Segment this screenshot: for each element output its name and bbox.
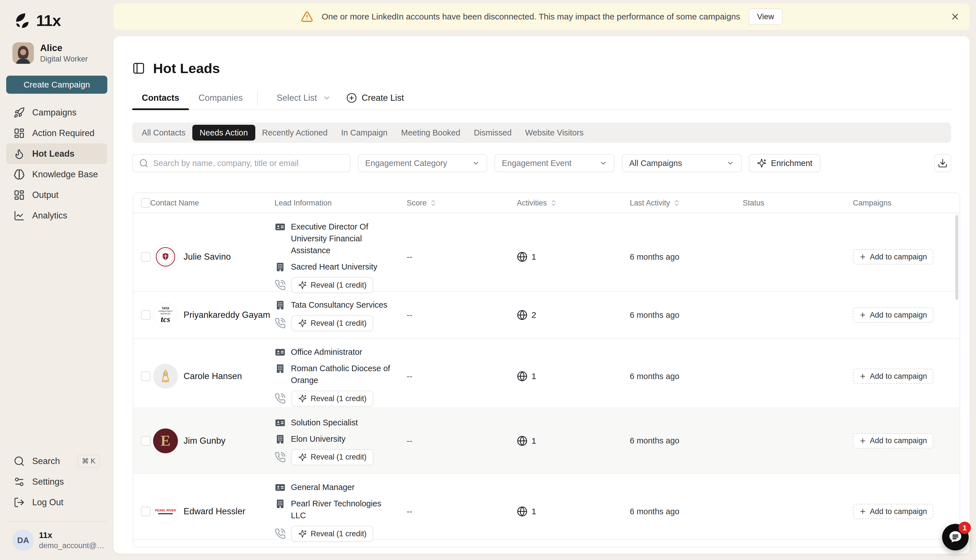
tab-contacts[interactable]: Contacts xyxy=(132,87,189,110)
reveal-phone-button[interactable]: Reveal (1 credit) xyxy=(292,277,373,293)
enrichment-label: Enrichment xyxy=(771,158,812,168)
elon-logo-avatar: E xyxy=(153,428,178,453)
sidebar-item-hot-leads[interactable]: Hot Leads xyxy=(6,143,107,164)
row-checkbox[interactable] xyxy=(141,436,150,446)
sparkles-icon xyxy=(298,394,307,403)
sidebar-item-label: Campaigns xyxy=(32,108,77,118)
bishop-icon xyxy=(158,369,173,383)
pearl-river-logo-avatar: PEARL RIVER xyxy=(153,499,178,524)
table-scrollbar[interactable] xyxy=(955,215,958,300)
column-contact-name: Contact Name xyxy=(150,199,272,207)
segment-meeting-booked[interactable]: Meeting Booked xyxy=(394,128,467,137)
sidebar-item-log-out[interactable]: Log Out xyxy=(6,492,107,513)
row-checkbox[interactable] xyxy=(141,507,150,516)
segment-needs-action[interactable]: Needs Action xyxy=(192,125,255,140)
sacred-heart-seal-avatar xyxy=(153,245,178,269)
linkedin-warning-banner: One or more LinkedIn accounts have been … xyxy=(113,3,970,30)
add-to-campaign-button[interactable]: Add to campaign xyxy=(853,307,933,323)
sidebar-item-search[interactable]: Search ⌘ K xyxy=(6,451,107,472)
enrichment-button[interactable]: Enrichment xyxy=(749,154,821,172)
add-to-campaign-button[interactable]: Add to campaign xyxy=(853,504,933,519)
column-activities[interactable]: Activities xyxy=(515,199,627,207)
segment-website-visitors[interactable]: Website Visitors xyxy=(519,128,591,137)
column-status: Status xyxy=(741,199,851,207)
row-checkbox[interactable] xyxy=(141,252,150,262)
tab-companies[interactable]: Companies xyxy=(189,87,252,110)
app-logo: 11x xyxy=(13,11,61,30)
last-activity-cell: 6 months ago xyxy=(627,372,741,381)
create-list-button[interactable]: Create List xyxy=(346,93,404,103)
activities-cell: 2 xyxy=(515,310,627,320)
sidebar-item-output[interactable]: Output xyxy=(6,185,107,205)
plus-icon xyxy=(859,508,866,515)
sidebar-footer: Search ⌘ K Settings Log Out xyxy=(0,451,113,513)
table-row[interactable]: Carole Hansen Office Administrator Roman… xyxy=(133,339,959,408)
segment-recently-actioned[interactable]: Recently Actioned xyxy=(255,128,334,137)
add-to-campaign-button[interactable]: Add to campaign xyxy=(853,249,933,265)
banner-view-button[interactable]: View xyxy=(749,8,782,25)
segment-in-campaign[interactable]: In Campaign xyxy=(334,128,394,137)
table-row[interactable]: TATA CONSULTANCY SERVICES tcs Priyankare… xyxy=(133,292,959,339)
reveal-phone-button[interactable]: Reveal (1 credit) xyxy=(292,391,373,407)
column-score[interactable]: Score xyxy=(404,199,515,207)
engagement-event-select[interactable]: Engagement Event xyxy=(494,154,614,172)
sidebar-item-campaigns[interactable]: Campaigns xyxy=(6,102,107,123)
profile-name: Alice xyxy=(40,43,88,53)
column-lead-information: Lead Information xyxy=(272,199,404,207)
score-cell: -- xyxy=(404,310,515,320)
globe-icon xyxy=(517,371,527,382)
reveal-phone-button[interactable]: Reveal (1 credit) xyxy=(292,526,373,542)
column-last-activity[interactable]: Last Activity xyxy=(627,199,741,207)
table-row[interactable]: PEARL RIVER Edward Hessler General Manag… xyxy=(133,474,959,540)
building-icon xyxy=(275,300,286,311)
sidebar: 11x Alice Digital Worker Create Campaign… xyxy=(0,0,113,560)
sidebar-item-label: Knowledge Base xyxy=(32,169,98,180)
sidebar-item-knowledge-base[interactable]: Knowledge Base xyxy=(6,164,107,185)
add-to-campaign-button[interactable]: Add to campaign xyxy=(853,433,933,448)
score-cell: -- xyxy=(404,507,515,516)
banner-close-icon[interactable] xyxy=(949,10,961,23)
table-row[interactable]: Julie Savino Executive Director Of Unive… xyxy=(133,213,959,292)
sparkles-icon xyxy=(298,319,307,327)
sidebar-item-label: Search xyxy=(32,456,60,466)
contact-name: Edward Hessler xyxy=(184,507,245,517)
row-checkbox[interactable] xyxy=(141,310,150,320)
phone-icon xyxy=(275,280,286,291)
panel-left-icon[interactable] xyxy=(132,62,145,75)
add-to-campaign-button[interactable]: Add to campaign xyxy=(853,368,933,384)
activities-cell: 1 xyxy=(515,435,627,446)
sparkles-icon xyxy=(757,158,766,168)
search-input[interactable] xyxy=(153,158,344,168)
search-box xyxy=(132,154,350,172)
dashboard-icon xyxy=(13,128,25,139)
tabs-divider xyxy=(257,90,258,105)
sidebar-item-settings[interactable]: Settings xyxy=(6,472,107,492)
select-list-dropdown[interactable]: Select List xyxy=(269,93,338,103)
select-all-checkbox[interactable] xyxy=(141,198,150,208)
sidebar-item-label: Hot Leads xyxy=(32,149,75,159)
logo-mark-icon xyxy=(13,12,31,29)
reveal-phone-button[interactable]: Reveal (1 credit) xyxy=(292,315,373,331)
segment-all-contacts[interactable]: All Contacts xyxy=(135,128,192,137)
reveal-phone-button[interactable]: Reveal (1 credit) xyxy=(292,449,373,465)
sidebar-item-label: Action Required xyxy=(32,128,95,138)
create-campaign-button[interactable]: Create Campaign xyxy=(6,76,107,94)
main-content: Hot Leads Contacts Companies Select List… xyxy=(113,36,970,554)
download-button[interactable] xyxy=(934,154,951,172)
diocese-avatar xyxy=(153,364,178,389)
table-row[interactable]: E Jim Gunby Solution Specialist Elon Uni… xyxy=(133,408,959,474)
sidebar-item-action-required[interactable]: Action Required xyxy=(6,123,107,143)
id-card-icon xyxy=(275,417,286,428)
plus-icon xyxy=(859,253,866,260)
row-checkbox[interactable] xyxy=(141,372,150,381)
engagement-category-select[interactable]: Engagement Category xyxy=(358,154,487,172)
account-switcher[interactable]: DA 11x demo_account@s... xyxy=(12,530,107,551)
chat-button[interactable]: 1 xyxy=(942,524,969,550)
phone-icon xyxy=(275,393,286,404)
phone-icon xyxy=(275,318,286,329)
table-row[interactable]: Associate General Counsel xyxy=(133,540,959,547)
segment-dismissed[interactable]: Dismissed xyxy=(467,128,519,137)
campaigns-select[interactable]: All Campaigns xyxy=(622,154,742,172)
building-icon xyxy=(275,363,286,374)
sidebar-item-analytics[interactable]: Analytics xyxy=(6,205,107,226)
